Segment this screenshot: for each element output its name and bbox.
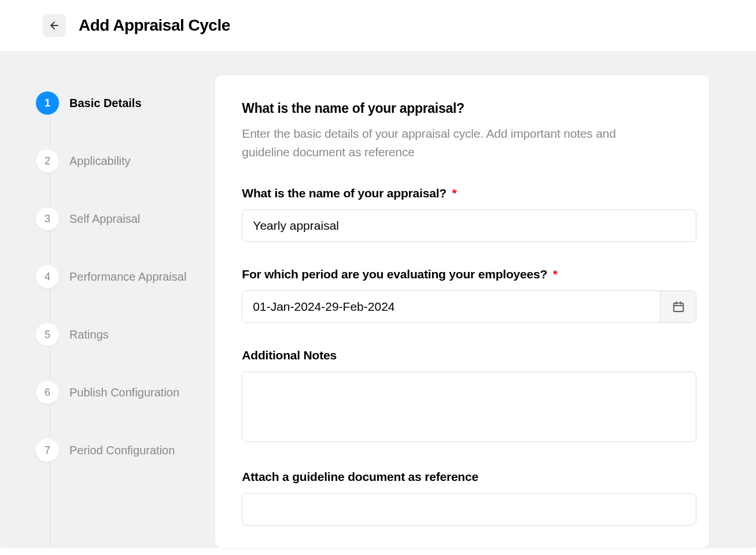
step-performance-appraisal[interactable]: 4 Performance Appraisal — [36, 265, 186, 288]
required-mark: * — [553, 267, 558, 281]
calendar-icon — [672, 300, 685, 313]
arrow-left-icon — [49, 20, 60, 31]
date-input-wrapper — [242, 291, 696, 323]
page-title: Add Appraisal Cycle — [79, 16, 230, 35]
field-notes: Additional Notes — [242, 348, 683, 444]
step-label: Publish Configuration — [69, 386, 179, 399]
back-button[interactable] — [43, 14, 66, 37]
step-label: Ratings — [69, 328, 109, 341]
field-name: What is the name of your appraisal? * — [242, 186, 683, 242]
step-number: 5 — [36, 323, 59, 346]
date-picker-button[interactable] — [660, 291, 696, 322]
field-attachment: Attach a guideline document as reference — [242, 470, 683, 525]
step-label: Basic Details — [69, 97, 142, 110]
step-label: Period Configuration — [69, 444, 175, 457]
step-period-configuration[interactable]: 7 Period Configuration — [36, 439, 186, 462]
label-text: What is the name of your appraisal? — [242, 186, 447, 200]
step-ratings[interactable]: 5 Ratings — [36, 323, 186, 346]
field-label-attachment: Attach a guideline document as reference — [242, 470, 683, 484]
step-label: Self Appraisal — [69, 212, 140, 226]
required-mark: * — [452, 186, 457, 200]
step-applicability[interactable]: 2 Applicability — [36, 149, 186, 172]
field-period: For which period are you evaluating your… — [242, 267, 683, 323]
step-publish-configuration[interactable]: 6 Publish Configuration — [36, 381, 186, 404]
step-basic-details[interactable]: 1 Basic Details — [36, 91, 186, 115]
step-label: Performance Appraisal — [69, 270, 186, 284]
step-number: 7 — [36, 439, 59, 462]
page-header: Add Appraisal Cycle — [0, 0, 756, 51]
step-number: 4 — [36, 265, 59, 288]
step-label: Applicability — [69, 155, 131, 168]
section-subtitle: Enter the basic details of your appraisa… — [242, 124, 658, 161]
step-self-appraisal[interactable]: 3 Self Appraisal — [36, 207, 186, 230]
step-number: 3 — [36, 207, 59, 230]
svg-rect-1 — [674, 303, 684, 312]
section-title: What is the name of your appraisal? — [242, 101, 683, 116]
period-input[interactable] — [242, 291, 660, 322]
label-text: For which period are you evaluating your… — [242, 267, 547, 281]
notes-textarea[interactable] — [242, 372, 696, 442]
field-label-name: What is the name of your appraisal? * — [242, 186, 683, 200]
field-label-period: For which period are you evaluating your… — [242, 267, 683, 281]
stepper: 1 Basic Details 2 Applicability 3 Self A… — [36, 75, 186, 548]
main-panel: What is the name of your appraisal? Ente… — [215, 75, 709, 548]
step-number: 6 — [36, 381, 59, 404]
step-number: 2 — [36, 149, 59, 172]
content-area: 1 Basic Details 2 Applicability 3 Self A… — [0, 51, 756, 548]
attachment-upload[interactable] — [242, 493, 696, 525]
appraisal-name-input[interactable] — [242, 209, 696, 242]
step-number: 1 — [36, 91, 59, 115]
field-label-notes: Additional Notes — [242, 348, 683, 362]
